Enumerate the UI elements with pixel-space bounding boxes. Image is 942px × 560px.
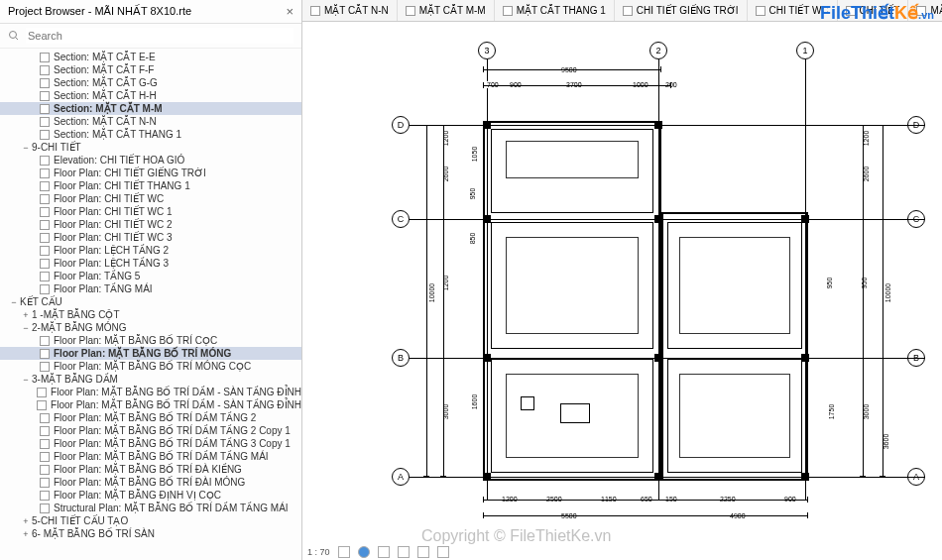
svg-line-1 <box>16 38 19 41</box>
dim-line <box>863 125 864 477</box>
dim-text: 1600 <box>471 393 478 411</box>
watermark-text: Copyright © FileThietKe.vn <box>421 527 611 545</box>
tree-item[interactable]: Floor Plan: MẶT BẰNG BỐ TRÍ DẦM - SÀN TẦ… <box>0 386 301 398</box>
tree-item[interactable]: Floor Plan: MẶT BẰNG BỐ TRÍ DẦM TẦNG 2 <box>0 411 301 424</box>
search-box[interactable] <box>0 24 301 49</box>
column <box>483 354 491 362</box>
tree-item[interactable]: Floor Plan: TẦNG 5 <box>0 270 301 282</box>
tree-sub-mbs[interactable]: +6- MẶT BẰNG BỐ TRÍ SÀN <box>0 527 301 540</box>
search-icon <box>8 30 20 42</box>
tree-item[interactable]: Floor Plan: CHI TIẾT WC 3 <box>0 231 301 244</box>
fixture-icon <box>521 396 534 410</box>
tree-group-chitiet[interactable]: −9-CHI TIẾT <box>0 141 301 154</box>
tree-item[interactable]: Floor Plan: CHI TIẾT WC 2 <box>0 218 301 231</box>
column <box>801 354 809 362</box>
column <box>801 215 809 223</box>
grid-bubble-C-l: C <box>392 210 410 228</box>
tree-item[interactable]: Structural Plan: MẶT BẰNG BỐ TRÍ DẦM TẦN… <box>0 502 301 514</box>
watermark-logo: FileThiếtKế.vn <box>820 2 934 24</box>
tree-item[interactable]: Elevation: CHI TIẾT HOA GIÓ <box>0 154 301 167</box>
tree-sub-mbmong[interactable]: −2-MẶT BẰNG MÓNG <box>0 321 301 334</box>
scale-label[interactable]: 1 : 70 <box>307 547 330 557</box>
column <box>654 354 662 362</box>
dim-text: 2600 <box>863 166 870 183</box>
dim-line <box>426 125 427 477</box>
tree-item[interactable]: Floor Plan: TẦNG MÁI <box>0 282 301 295</box>
tree-sub-mbcot[interactable]: +1 -MẶT BẰNG CỘT <box>0 308 301 321</box>
project-browser-panel: Project Browser - MÃI NHẤT 8X10.rte × Se… <box>0 0 302 560</box>
tree-item[interactable]: Floor Plan: MẶT BẰNG BỐ TRÍ ĐÀI MÓNG <box>0 476 301 489</box>
plan-room-inner <box>506 237 639 334</box>
dim-text: 850 <box>469 232 476 246</box>
tree-group-ketcau[interactable]: −KẾT CẤU <box>0 295 301 308</box>
dim-text: 950 <box>826 277 833 290</box>
tree-item[interactable]: Section: MẶT CẮT H-H <box>0 89 301 102</box>
tree-item[interactable]: Floor Plan: MẶT BẰNG ĐỊNH VỊ CỌC <box>0 489 301 502</box>
view-tab[interactable]: MẶT CẮT N-N <box>302 0 398 21</box>
tree-item[interactable]: Floor Plan: CHI TIẾT GIẾNG TRỜI <box>0 167 301 179</box>
dim-line <box>883 125 883 477</box>
tree-item[interactable]: Floor Plan: MẶT BẰNG BỐ TRÍ DẦM TẦNG 2 C… <box>0 424 301 437</box>
tree-sub-mbdam[interactable]: −3-MẶT BẰNG DẦM <box>0 373 301 386</box>
tree-item[interactable]: Section: MẶT CẮT N-N <box>0 115 301 128</box>
status-control[interactable] <box>378 546 390 558</box>
grid-bubble-2: 2 <box>649 42 667 59</box>
tree-item[interactable]: Floor Plan: MẶT BẰNG BỐ TRÍ ĐÀ KIỀNG <box>0 463 301 476</box>
tree-item[interactable]: Floor Plan: CHI TIẾT THANG 1 <box>0 179 301 192</box>
plan-room-inner <box>506 141 639 178</box>
tree-item[interactable]: Floor Plan: CHI TIẾT WC 1 <box>0 205 301 218</box>
tree-item[interactable]: Floor Plan: MẶT BẰNG BỐ TRÍ CỌC <box>0 334 301 347</box>
grid-bubble-1: 1 <box>796 42 814 59</box>
grid-bubble-A-l: A <box>392 468 410 486</box>
column <box>801 473 809 481</box>
project-tree[interactable]: Section: MẶT CẮT E-ESection: MẶT CẮT F-F… <box>0 49 301 560</box>
main-area: MẶT CẮT N-NMẶT CẮT M-MMẶT CẮT THANG 1CHI… <box>302 0 942 560</box>
tree-item[interactable]: Floor Plan: MẶT BẰNG BỐ TRÍ DẦM TẦNG MÁI <box>0 450 301 463</box>
search-input[interactable] <box>26 28 294 44</box>
dim-line <box>483 69 661 70</box>
column <box>483 215 491 223</box>
status-control[interactable] <box>398 546 410 558</box>
dim-text: 3600 <box>883 433 889 451</box>
tree-item[interactable]: Floor Plan: MẶT BẰNG BỐ TRÍ MÓNG <box>0 347 301 360</box>
status-control[interactable] <box>358 546 370 558</box>
tree-item[interactable]: Section: MẶT CẮT M-M <box>0 102 301 115</box>
tree-item[interactable]: Section: MẶT CẮT G-G <box>0 76 301 89</box>
dim-text: 1750 <box>828 403 835 421</box>
fixture-icon <box>560 403 590 423</box>
view-tab[interactable]: CHI TIẾT GIẾNG TRỜI <box>615 0 748 21</box>
column <box>654 121 662 129</box>
dim-line <box>483 85 671 86</box>
dim-line <box>443 125 444 477</box>
view-tab[interactable]: MẶT CẮT M-M <box>398 0 495 21</box>
dim-text: 10000 <box>884 282 891 303</box>
tree-item[interactable]: Section: MẶT CẮT F-F <box>0 63 301 76</box>
plan-room-inner <box>679 374 790 458</box>
tree-item[interactable]: Section: MẶT CẮT E-E <box>0 51 301 63</box>
panel-header: Project Browser - MÃI NHẤT 8X10.rte × <box>0 0 301 24</box>
tree-item[interactable]: Floor Plan: MẶT BẰNG BỐ TRÍ DẦM TẦNG 3 C… <box>0 437 301 450</box>
dim-text: 10000 <box>428 282 435 303</box>
column <box>483 473 491 481</box>
drawing-canvas[interactable]: 3 2 1 D C B A D C B A <box>302 22 942 560</box>
grid-bubble-D-l: D <box>392 116 410 134</box>
status-control[interactable] <box>417 546 429 558</box>
dim-line <box>483 515 808 516</box>
close-icon[interactable]: × <box>286 4 294 19</box>
view-tab[interactable]: MẶT CẮT THANG 1 <box>495 0 615 21</box>
tree-item[interactable]: Floor Plan: MẶT BẰNG BỐ TRÍ MÓNG CỌC <box>0 360 301 373</box>
status-control[interactable] <box>338 546 350 558</box>
tree-item[interactable]: Floor Plan: LỆCH TẦNG 3 <box>0 257 301 270</box>
svg-point-0 <box>10 32 17 39</box>
tree-item[interactable]: Section: MẶT CẮT THANG 1 <box>0 128 301 141</box>
tree-sub-ctct[interactable]: +5-CHI TIẾT CẤU TẠO <box>0 514 301 527</box>
panel-title: Project Browser - MÃI NHẤT 8X10.rte <box>8 5 191 18</box>
tree-item[interactable]: Floor Plan: MẶT BẰNG BỐ TRÍ DẦM - SÀN TẦ… <box>0 398 301 411</box>
dim-text: 1050 <box>471 146 478 164</box>
plan-room-inner <box>679 237 790 334</box>
status-bar: 1 : 70 <box>307 546 449 558</box>
tree-item[interactable]: Floor Plan: CHI TIẾT WC <box>0 192 301 205</box>
grid-bubble-3: 3 <box>478 42 496 59</box>
status-control[interactable] <box>437 546 449 558</box>
tree-item[interactable]: Floor Plan: LỆCH TẦNG 2 <box>0 244 301 257</box>
